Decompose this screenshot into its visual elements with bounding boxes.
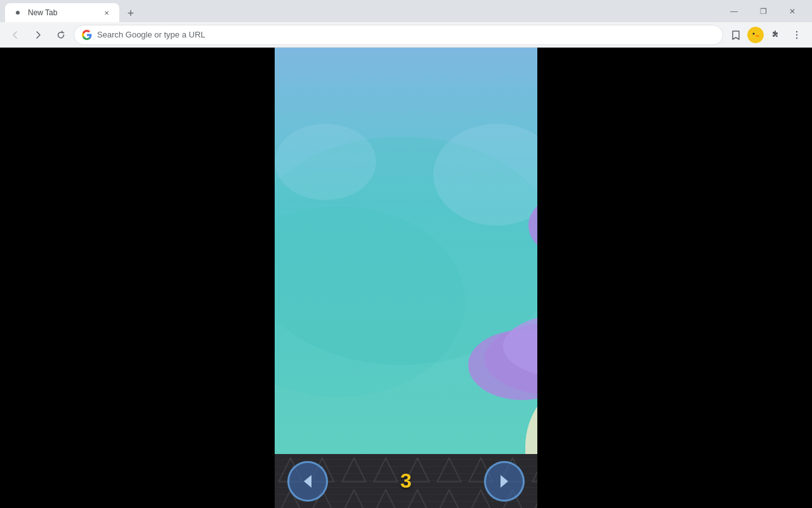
game-scene bbox=[275, 48, 537, 454]
new-tab-button[interactable]: + bbox=[122, 4, 140, 22]
content-area: 3 bbox=[0, 48, 812, 508]
svg-marker-85 bbox=[501, 475, 508, 488]
close-button[interactable]: ✕ bbox=[778, 0, 807, 22]
svg-marker-84 bbox=[304, 475, 311, 488]
level-counter: 3 bbox=[400, 469, 412, 493]
svg-point-5 bbox=[756, 35, 759, 37]
svg-point-7 bbox=[796, 34, 797, 35]
tab-title: New Tab bbox=[28, 8, 96, 17]
title-bar: New Tab ✕ + — ❐ ✕ bbox=[0, 0, 812, 22]
extensions-button[interactable] bbox=[765, 25, 785, 45]
back-button[interactable] bbox=[5, 25, 25, 45]
tab-bar: New Tab ✕ + bbox=[5, 0, 717, 22]
active-tab[interactable]: New Tab ✕ bbox=[5, 3, 119, 22]
svg-point-13 bbox=[275, 124, 376, 200]
tab-favicon bbox=[13, 8, 23, 18]
menu-button[interactable] bbox=[787, 25, 807, 45]
forward-button[interactable] bbox=[28, 25, 48, 45]
game-container: 3 bbox=[275, 48, 537, 508]
game-nav-bar: 3 bbox=[275, 454, 537, 508]
svg-point-8 bbox=[796, 37, 797, 38]
toolbar-actions bbox=[726, 25, 807, 45]
bookmark-button[interactable] bbox=[726, 25, 746, 45]
toolbar: Search Google or type a URL bbox=[0, 22, 812, 48]
reload-button[interactable] bbox=[51, 25, 71, 45]
window-controls: — ❐ ✕ bbox=[719, 0, 807, 22]
browser-frame: New Tab ✕ + — ❐ ✕ bbox=[0, 0, 812, 508]
svg-point-6 bbox=[796, 30, 797, 32]
google-icon bbox=[82, 30, 92, 40]
address-text: Search Google or type a URL bbox=[97, 30, 715, 39]
address-bar[interactable]: Search Google or type a URL bbox=[74, 25, 723, 45]
nav-left-button[interactable] bbox=[287, 461, 328, 502]
svg-point-4 bbox=[753, 32, 755, 34]
svg-point-1 bbox=[16, 11, 20, 15]
nav-right-button[interactable] bbox=[484, 461, 525, 502]
profile-avatar[interactable] bbox=[747, 27, 764, 43]
minimize-button[interactable]: — bbox=[719, 0, 749, 22]
svg-point-3 bbox=[750, 29, 761, 41]
maximize-button[interactable]: ❐ bbox=[749, 0, 778, 22]
tab-close-button[interactable]: ✕ bbox=[102, 8, 112, 18]
